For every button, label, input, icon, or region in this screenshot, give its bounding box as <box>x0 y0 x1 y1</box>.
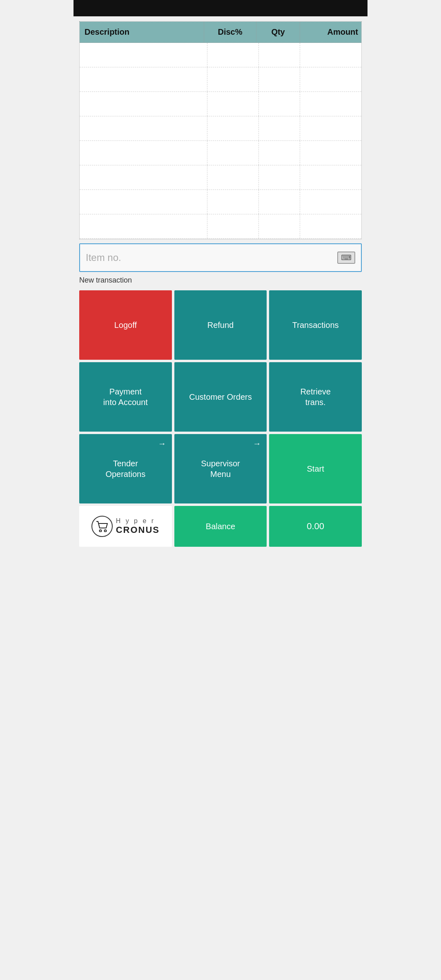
payment-into-account-label: Paymentinto Account <box>103 386 148 408</box>
col-amount: Amount <box>300 22 361 42</box>
logo-cronus: CRONUS <box>116 525 160 535</box>
transaction-status: New transaction <box>79 276 362 285</box>
table-row <box>80 43 361 67</box>
start-label: Start <box>307 463 324 474</box>
tender-operations-label: TenderOperations <box>105 458 145 479</box>
customer-orders-label: Customer Orders <box>189 392 252 402</box>
logoff-button[interactable]: Logoff <box>79 290 172 360</box>
payment-into-account-button[interactable]: Paymentinto Account <box>79 362 172 432</box>
col-disc: Disc% <box>204 22 257 42</box>
transactions-button[interactable]: Transactions <box>269 290 362 360</box>
tender-operations-button[interactable]: → TenderOperations <box>79 434 172 503</box>
table-row <box>80 190 361 214</box>
table-row <box>80 92 361 116</box>
customer-orders-button[interactable]: Customer Orders <box>174 362 267 432</box>
retrieve-trans-label: Retrievetrans. <box>300 386 330 408</box>
logo-text: H y p e r CRONUS <box>116 517 160 535</box>
bottom-bar: H y p e r CRONUS Balance 0.00 <box>79 506 362 547</box>
col-description: Description <box>80 22 204 42</box>
table-row <box>80 116 361 141</box>
keyboard-icon[interactable]: ⌨ <box>337 252 355 264</box>
svg-point-1 <box>104 530 106 532</box>
status-bar <box>74 0 368 16</box>
keyboard-symbol: ⌨ <box>341 253 352 262</box>
balance-value-button[interactable]: 0.00 <box>269 506 362 547</box>
table-row <box>80 67 361 92</box>
item-input-container[interactable]: Item no. ⌨ <box>79 243 362 272</box>
supervisor-menu-button[interactable]: → SupervisorMenu <box>174 434 267 503</box>
retrieve-trans-button[interactable]: Retrievetrans. <box>269 362 362 432</box>
action-button-grid: Logoff Refund Transactions Paymentinto A… <box>79 290 362 503</box>
refund-button[interactable]: Refund <box>174 290 267 360</box>
col-qty: Qty <box>256 22 300 42</box>
transactions-label: Transactions <box>292 320 339 330</box>
table-row <box>80 214 361 239</box>
table-row <box>80 141 361 165</box>
logo-cart-icon <box>91 516 113 537</box>
start-button[interactable]: Start <box>269 434 362 503</box>
balance-button[interactable]: Balance <box>174 506 267 547</box>
table-body <box>80 43 361 239</box>
logoff-label: Logoff <box>114 320 137 330</box>
table-header: Description Disc% Qty Amount <box>80 22 361 43</box>
item-input-placeholder: Item no. <box>86 252 337 263</box>
svg-point-0 <box>99 530 101 532</box>
supervisor-menu-label: SupervisorMenu <box>201 458 240 479</box>
product-table: Description Disc% Qty Amount <box>79 21 362 239</box>
tender-operations-arrow: → <box>158 438 166 449</box>
refund-label: Refund <box>207 320 234 330</box>
balance-value: 0.00 <box>307 521 324 532</box>
supervisor-menu-arrow: → <box>253 438 261 449</box>
table-row <box>80 165 361 190</box>
logo-cell: H y p e r CRONUS <box>79 506 172 547</box>
balance-label: Balance <box>206 522 235 531</box>
logo-hyper: H y p e r <box>116 517 160 525</box>
